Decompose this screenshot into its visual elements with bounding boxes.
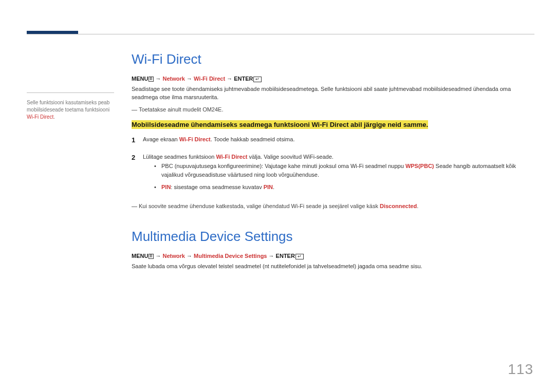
support-note-text: Toetatakse ainult mudelit OM24E.: [139, 106, 223, 113]
nav-step: Network: [163, 253, 185, 259]
side-note-text: Selle funktsiooni kasutamiseks peab mobi…: [27, 100, 109, 113]
bullet-red: WPS(PBC): [405, 163, 434, 169]
step-text: Lülitage seadmes funktsioon Wi-Fi Direct…: [143, 153, 527, 196]
highlight-instruction: Mobiilsideseadme ühendamiseks seadmega f…: [132, 120, 527, 129]
arrow-icon: →: [155, 253, 161, 259]
arrow-icon: →: [187, 253, 192, 259]
bullet-mid: : sisestage oma seadmesse kuvatav: [171, 184, 263, 190]
footnote: ―Kui soovite seadme ühenduse katkestada,…: [132, 203, 527, 209]
side-note-rule: [27, 92, 114, 93]
page-number: 113: [508, 361, 533, 378]
step-post: . Toode hakkab seadmeid otsima.: [211, 136, 295, 142]
menu-label: MENU: [132, 76, 148, 82]
nav-step: Multimedia Device Settings: [194, 253, 267, 259]
step-pre: Avage ekraan: [143, 136, 179, 142]
dash-icon: ―: [132, 203, 139, 209]
step-row: 1 Avage ekraan Wi-Fi Direct. Toode hakka…: [132, 135, 527, 145]
bullet-post: .: [273, 184, 274, 190]
list-item: PIN: sisestage oma seadmesse kuvatav PIN…: [154, 183, 527, 192]
side-note-tail: .: [53, 114, 55, 120]
nav-step: Network: [163, 76, 185, 82]
main-content: Wi-Fi Direct MENUⅢ → Network → Wi-Fi Dir…: [132, 51, 527, 276]
arrow-icon: →: [187, 76, 192, 82]
enter-label: ENTER: [276, 253, 295, 259]
footnote-red: Disconnected: [380, 203, 417, 209]
list-item: PBC (nupuvajutusega konfigureerimine): V…: [154, 162, 527, 179]
enter-icon: ↵: [253, 77, 262, 82]
paragraph: Seadistage see toote ühendamiseks juhtme…: [132, 85, 527, 102]
menu-path-wifi-direct: MENUⅢ → Network → Wi-Fi Direct → ENTER↵: [132, 76, 527, 82]
step-number: 1: [132, 135, 143, 145]
side-note-red: Wi-Fi Direct: [27, 114, 53, 120]
section-multimedia: Multimedia Device Settings MENUⅢ → Netwo…: [132, 229, 527, 271]
enter-label: ENTER: [234, 76, 253, 82]
enter-icon: ↵: [295, 254, 304, 259]
arrow-icon: →: [269, 253, 274, 259]
footnote-post: .: [417, 203, 418, 209]
bullet-list: PBC (nupuvajutusega konfigureerimine): V…: [154, 162, 527, 192]
step-text: Avage ekraan Wi-Fi Direct. Toode hakkab …: [143, 135, 527, 145]
step-pre: Lülitage seadmes funktsioon: [143, 154, 216, 160]
arrow-icon: →: [155, 76, 161, 82]
manual-page: Selle funktsiooni kasutamiseks peab mobi…: [0, 0, 555, 392]
section-title-multimedia: Multimedia Device Settings: [132, 229, 527, 245]
arrow-icon: →: [227, 76, 232, 82]
dash-icon: ―: [132, 106, 139, 113]
footnote-pre: Kui soovite seadme ühenduse katkestada, …: [139, 203, 380, 209]
menu-label: MENU: [132, 253, 148, 259]
step-red: Wi-Fi Direct: [179, 136, 211, 142]
nav-step: Wi-Fi Direct: [194, 76, 225, 82]
menu-path-multimedia: MENUⅢ → Network → Multimedia Device Sett…: [132, 253, 527, 259]
bullet-pre: PBC (nupuvajutusega konfigureerimine): V…: [161, 163, 405, 169]
step-red: Wi-Fi Direct: [216, 154, 247, 160]
section-title-wifi-direct: Wi-Fi Direct: [132, 51, 527, 67]
menu-icon: Ⅲ: [149, 254, 154, 259]
bullet-pre-red: PIN: [161, 184, 171, 190]
step-row: 2 Lülitage seadmes funktsioon Wi-Fi Dire…: [132, 153, 527, 196]
step-post: välja. Valige soovitud WiFi-seade.: [248, 154, 334, 160]
step-number: 2: [132, 153, 143, 196]
highlight-text: Mobiilsideseadme ühendamiseks seadmega f…: [132, 120, 428, 129]
header-rule: [27, 34, 534, 34]
side-note: Selle funktsiooni kasutamiseks peab mobi…: [27, 92, 114, 121]
paragraph: Saate lubada oma võrgus olevatel teistel…: [132, 263, 527, 271]
menu-icon: Ⅲ: [149, 77, 154, 82]
step-list: 1 Avage ekraan Wi-Fi Direct. Toode hakka…: [132, 135, 527, 196]
bullet-red: PIN: [264, 184, 273, 190]
support-note: ―Toetatakse ainult mudelit OM24E.: [132, 106, 527, 113]
